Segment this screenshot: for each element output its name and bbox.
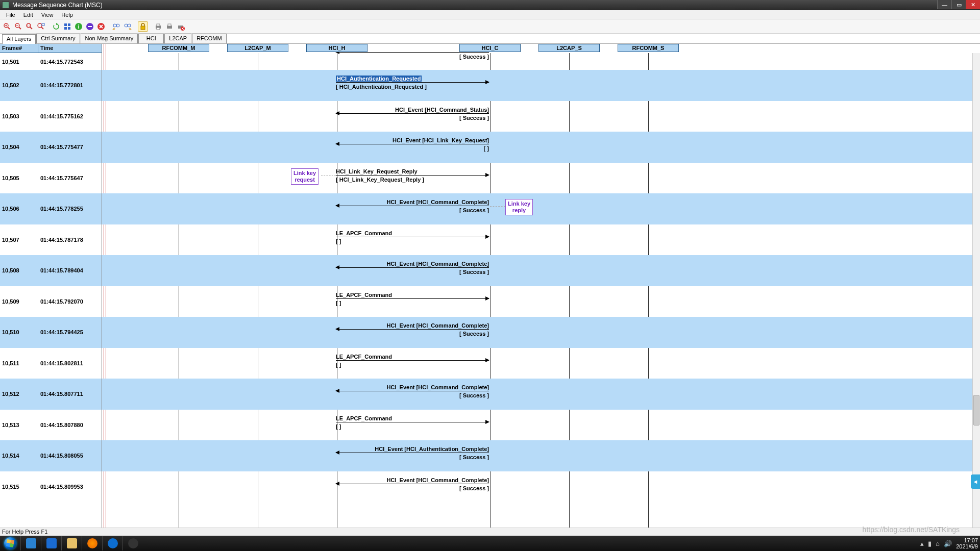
print-icon[interactable] xyxy=(164,21,175,32)
lifeline-hci-c[interactable]: HCI_C xyxy=(459,44,521,52)
table-row[interactable]: 10,50901:44:15.792070 xyxy=(0,286,102,317)
tab-l2cap[interactable]: L2CAP xyxy=(164,34,191,43)
tab-nonmsg-summary[interactable]: Non-Msg Summary xyxy=(81,34,138,43)
msg-10509[interactable]: LE_APCF_Command [ ] xyxy=(336,292,489,306)
scroll-thumb[interactable] xyxy=(973,395,979,425)
lifeline-rfcomm-s[interactable]: RFCOMM_S xyxy=(618,44,679,52)
taskbar-firefox[interactable] xyxy=(82,536,102,550)
table-row[interactable]: 10,50101:44:15.772543 xyxy=(0,53,102,70)
table-row[interactable]: 10,51101:44:15.802811 xyxy=(0,348,102,379)
table-row[interactable]: 10,51501:44:15.809953 xyxy=(0,471,102,503)
menu-edit[interactable]: Edit xyxy=(19,12,37,18)
msg-10515[interactable]: HCI_Event [HCI_Command_Complete] [ Succe… xyxy=(336,477,489,491)
table-row[interactable]: 10,51401:44:15.808055 xyxy=(0,440,102,471)
stop-icon[interactable] xyxy=(85,21,95,32)
lock-icon[interactable] xyxy=(138,21,148,32)
svg-text:1:1: 1:1 xyxy=(27,24,31,27)
info-icon[interactable]: i xyxy=(74,21,84,32)
msg-10506[interactable]: HCI_Event [HCI_Command_Complete] [ Succe… xyxy=(336,199,489,213)
titlebar: Message Sequence Chart (MSC) — ▭ ✕ xyxy=(0,0,980,10)
menu-file[interactable]: File xyxy=(2,12,19,18)
tray-clock[interactable]: 17:07 2021/6/9 xyxy=(956,537,978,549)
table-row[interactable]: 10,50401:44:15.775477 xyxy=(0,132,102,163)
find-prev-icon[interactable] xyxy=(111,21,121,32)
msg-detail: [ HCI_Authentication_Requested ] xyxy=(336,84,489,90)
error-icon[interactable] xyxy=(96,21,106,32)
menu-view[interactable]: View xyxy=(37,12,58,18)
note-link-key-reply[interactable]: Link keyreply xyxy=(505,199,533,215)
refresh-icon[interactable] xyxy=(51,21,61,32)
msg-10514[interactable]: HCI_Event [HCI_Authentication_Complete] … xyxy=(336,446,489,460)
minimize-button[interactable]: — xyxy=(937,0,951,9)
msg-10510[interactable]: HCI_Event [HCI_Command_Complete] [ Succe… xyxy=(336,322,489,337)
print-cancel-icon[interactable] xyxy=(176,21,186,32)
table-row[interactable]: 10,50701:44:15.787178 xyxy=(0,224,102,256)
windows-icon xyxy=(4,537,16,549)
table-row[interactable]: 10,50801:44:15.789404 xyxy=(0,255,102,286)
vertical-scrollbar[interactable] xyxy=(972,53,980,528)
msg-10512[interactable]: HCI_Event [HCI_Command_Complete] [ Succe… xyxy=(336,384,489,398)
lifeline-l2cap-m[interactable]: L2CAP_M xyxy=(227,44,288,52)
msg-10507[interactable]: LE_APCF_Command [ ] xyxy=(336,230,489,244)
table-row[interactable]: 10,51301:44:15.807880 xyxy=(0,410,102,441)
svg-line-5 xyxy=(19,27,21,29)
table-row[interactable]: 10,51201:44:15.807711 xyxy=(0,379,102,410)
find-icon[interactable] xyxy=(62,21,72,32)
tab-rfcomm[interactable]: RFCOMM xyxy=(192,34,227,43)
tray-up-icon[interactable]: ▴ xyxy=(920,540,924,547)
tray-battery-icon[interactable]: ▮ xyxy=(928,540,932,547)
menu-help[interactable]: Help xyxy=(57,12,77,18)
table-row[interactable]: 10,50601:44:15.778255 xyxy=(0,193,102,224)
svg-rect-33 xyxy=(168,24,171,26)
sequence-chart[interactable]: RFCOMM_M L2CAP_M HCI_H HCI_C L2CAP_S RFC… xyxy=(102,44,980,528)
table-row[interactable]: 10,50501:44:15.775647 xyxy=(0,163,102,194)
msg-detail: [ ] xyxy=(336,238,489,244)
msg-detail: [ ] xyxy=(336,423,489,430)
table-row[interactable]: 10,51001:44:15.794425 xyxy=(0,317,102,348)
app-icon xyxy=(46,538,57,548)
table-row[interactable]: 10,50201:44:15.772801 xyxy=(0,70,102,101)
tab-all-layers[interactable]: All Layers xyxy=(2,34,36,44)
table-body[interactable]: 10,50101:44:15.77254310,50201:44:15.7728… xyxy=(0,53,102,528)
tab-hci[interactable]: HCI xyxy=(138,34,164,43)
find-next-icon[interactable] xyxy=(122,21,133,32)
cell-frame: 10,509 xyxy=(0,298,38,305)
cell-frame: 10,501 xyxy=(0,59,38,65)
start-button[interactable] xyxy=(0,536,20,550)
tray-network-icon[interactable]: ⌂ xyxy=(936,540,940,547)
taskbar-app-3[interactable] xyxy=(122,536,143,550)
zoom-in-icon[interactable] xyxy=(2,21,12,32)
taskbar-app-2[interactable] xyxy=(41,536,61,550)
note-link-key-request[interactable]: Link keyrequest xyxy=(291,168,318,185)
msg-10508[interactable]: HCI_Event [HCI_Command_Complete] [ Succe… xyxy=(336,261,489,275)
zoom-fit-icon[interactable]: 1:1 xyxy=(24,21,35,32)
print-setup-icon[interactable] xyxy=(153,21,163,32)
side-tab-icon[interactable]: ◄ xyxy=(971,474,980,489)
lifeline-l2cap-s[interactable]: L2CAP_S xyxy=(538,44,600,52)
tray-volume-icon[interactable]: 🔊 xyxy=(944,540,952,547)
msg-10511[interactable]: LE_APCF_Command [ ] xyxy=(336,354,489,368)
header-time[interactable]: Time xyxy=(38,44,102,53)
close-button[interactable]: ✕ xyxy=(966,0,980,9)
zoom-region-icon[interactable] xyxy=(36,21,46,32)
taskbar-explorer[interactable] xyxy=(61,536,82,550)
tab-ctrl-summary[interactable]: Ctrl Summary xyxy=(36,34,80,43)
msg-10505[interactable]: HCI_Link_Key_Request_Reply [ HCI_Link_Ke… xyxy=(336,168,489,183)
svg-line-11 xyxy=(41,27,43,29)
msg-10504[interactable]: HCI_Event [HCI_Link_Key_Request] [ ] xyxy=(336,137,489,152)
svg-text:i: i xyxy=(78,24,80,30)
msg-10513[interactable]: LE_APCF_Command [ ] xyxy=(336,415,489,430)
system-tray[interactable]: ▴ ▮ ⌂ 🔊 17:07 2021/6/9 xyxy=(920,536,978,551)
zoom-out-icon[interactable] xyxy=(13,21,23,32)
lifeline-rfcomm-m[interactable]: RFCOMM_M xyxy=(148,44,209,52)
taskbar-teamviewer[interactable] xyxy=(102,536,122,550)
taskbar-app-1[interactable] xyxy=(20,536,41,550)
lifeline-hci-h[interactable]: HCI_H xyxy=(306,44,368,52)
cell-frame: 10,514 xyxy=(0,453,38,459)
header-frame[interactable]: Frame# xyxy=(0,44,38,53)
maximize-button[interactable]: ▭ xyxy=(951,0,966,9)
cell-time: 01:44:15.775162 xyxy=(38,113,102,119)
table-row[interactable]: 10,50301:44:15.775162 xyxy=(0,101,102,132)
msg-10502[interactable]: HCI_Authentication_Requested [ HCI_Authe… xyxy=(336,76,489,90)
msg-10503[interactable]: HCI_Event [HCI_Command_Status] [ Success… xyxy=(336,107,489,121)
